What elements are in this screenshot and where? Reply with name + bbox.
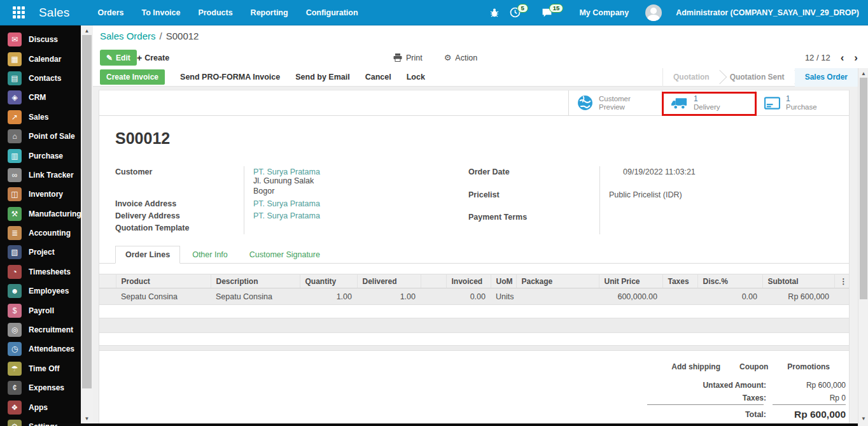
sidebar-scrollbar[interactable]: ▲ ▼ xyxy=(81,25,93,426)
col-delivered[interactable]: Delivered xyxy=(357,274,421,288)
cell-quantity[interactable]: 1.00 xyxy=(300,288,357,305)
apps-grid-icon[interactable] xyxy=(13,6,25,18)
sidebar-item-employees[interactable]: ☻Employees xyxy=(0,281,81,301)
customer-field-value: PT. Surya Pratama Jl. Gunung Salak Bogor xyxy=(244,166,468,198)
customer-link[interactable]: PT. Surya Pratama xyxy=(253,167,468,176)
activities-clock-icon[interactable]: 5 xyxy=(510,7,531,18)
sidebar-item-payroll[interactable]: $Payroll xyxy=(0,301,81,320)
send-by-email-button[interactable]: Send by Email xyxy=(295,73,349,82)
scroll-up-icon[interactable]: ▲ xyxy=(81,28,93,34)
menu-to-invoice[interactable]: To Invoice xyxy=(142,8,181,17)
breadcrumb-sales-orders[interactable]: Sales Orders xyxy=(100,31,156,41)
cell-taxes[interactable] xyxy=(662,288,697,305)
lock-button[interactable]: Lock xyxy=(407,73,425,82)
pricelist-label: Pricelist xyxy=(468,189,599,212)
menu-configuration[interactable]: Configuration xyxy=(306,8,358,17)
state-sales-order[interactable]: Sales Order xyxy=(795,68,858,87)
credit-card-icon xyxy=(764,97,780,110)
debug-bug-icon[interactable] xyxy=(489,8,500,18)
sidebar-scrollbar-thumb[interactable] xyxy=(82,35,92,388)
edit-button[interactable]: ✎ Edit xyxy=(100,50,137,66)
sidebar-item-contacts[interactable]: ▤Contacts xyxy=(0,69,81,88)
state-quotation[interactable]: Quotation xyxy=(663,68,720,87)
cell-delivered[interactable]: 1.00 xyxy=(357,288,421,305)
page-scrollbar-thumb[interactable] xyxy=(860,78,867,299)
create-button[interactable]: + Create xyxy=(137,50,169,66)
col-description[interactable]: Description xyxy=(211,274,300,288)
promotions-button[interactable]: Promotions xyxy=(787,362,830,371)
sidebar-item-apps[interactable]: ❖Apps xyxy=(0,397,81,416)
sidebar-item-link-tracker[interactable]: ∞Link Tracker xyxy=(0,166,81,185)
create-invoice-button[interactable]: Create Invoice xyxy=(100,69,165,85)
sidebar-item-timesheets[interactable]: ◔Timesheets xyxy=(0,262,81,281)
sidebar-item-discuss[interactable]: ✉Discuss xyxy=(0,30,81,49)
col-unit-price[interactable]: Unit Price xyxy=(599,274,662,288)
optional-columns-icon[interactable]: ⋮ xyxy=(834,274,850,288)
cell-package[interactable] xyxy=(516,288,599,305)
tab-other-info[interactable]: Other Info xyxy=(183,246,237,263)
sidebar-item-crm[interactable]: ◈CRM xyxy=(0,88,81,107)
pager-next-icon[interactable]: › xyxy=(854,52,858,63)
company-switcher[interactable]: My Company xyxy=(579,8,629,17)
sidebar-item-expenses[interactable]: ¢Expenses xyxy=(0,378,81,397)
sidebar-item-project[interactable]: ▧Project xyxy=(0,243,81,262)
customer-preview-smart-button[interactable]: Customer Preview xyxy=(568,90,662,115)
pager-previous-icon[interactable]: ‹ xyxy=(841,52,844,63)
cell-invoiced[interactable]: 0.00 xyxy=(446,288,491,305)
col-product[interactable]: Product xyxy=(116,274,211,288)
sidebar-item-inventory[interactable]: ◫Inventory xyxy=(0,185,81,204)
page-scrollbar[interactable]: ▲ ▼ xyxy=(858,68,868,426)
sidebar-item-label: Apps xyxy=(29,403,48,412)
cell-product[interactable]: Sepatu Consina xyxy=(116,288,211,305)
link-icon: ∞ xyxy=(8,168,22,182)
state-quotation-sent[interactable]: Quotation Sent xyxy=(720,68,795,87)
col-quantity[interactable]: Quantity xyxy=(300,274,357,288)
sidebar-item-point-of-sale[interactable]: ⌂Point of Sale xyxy=(0,127,81,146)
cancel-button[interactable]: Cancel xyxy=(365,73,391,82)
print-button[interactable]: Print xyxy=(393,53,423,62)
sidebar-item-recruitment[interactable]: ◎Recruitment xyxy=(0,320,81,339)
cell-subtotal[interactable]: Rp 600,000 xyxy=(762,288,834,305)
sidebar-item-time-off[interactable]: ☂Time Off xyxy=(0,359,81,378)
col-disc[interactable]: Disc.% xyxy=(697,274,762,288)
sidebar-item-label: Recruitment xyxy=(29,325,73,334)
coupon-button[interactable]: Coupon xyxy=(739,362,768,371)
action-button[interactable]: ⚙ Action xyxy=(444,53,477,62)
messages-chat-icon[interactable]: 15 xyxy=(542,7,567,18)
tab-customer-signature[interactable]: Customer Signature xyxy=(240,246,330,263)
sidebar-item-purchase[interactable]: ▥Purchase xyxy=(0,146,81,165)
col-invoiced[interactable]: Invoiced xyxy=(446,274,491,288)
col-taxes[interactable]: Taxes xyxy=(662,274,697,288)
add-shipping-button[interactable]: Add shipping xyxy=(671,362,720,371)
sidebar-item-sales[interactable]: ↗Sales xyxy=(0,108,81,127)
sidebar-item-calendar[interactable]: ▦Calendar xyxy=(0,49,81,68)
cell-unit-price[interactable]: 600,000.00 xyxy=(599,288,662,305)
invoice-address-link[interactable]: PT. Surya Pratama xyxy=(253,199,320,208)
sidebar-item-attendances[interactable]: ◷Attendances xyxy=(0,339,81,359)
tab-order-lines[interactable]: Order Lines xyxy=(115,246,180,264)
scroll-down-icon[interactable]: ▼ xyxy=(81,416,93,422)
sidebar-item-label: Manufacturing xyxy=(29,209,81,218)
gear-icon: ⚙ xyxy=(444,53,452,62)
col-subtotal[interactable]: Subtotal xyxy=(762,274,834,288)
menu-orders[interactable]: Orders xyxy=(98,8,124,17)
menu-reporting[interactable]: Reporting xyxy=(251,8,288,17)
cell-description[interactable]: Sepatu Consina xyxy=(211,288,300,305)
send-proforma-button[interactable]: Send PRO-FORMA Invoice xyxy=(180,73,280,82)
user-menu[interactable]: Administrator (COMPANY_SAYA_INV_29_DROP) xyxy=(676,8,859,17)
cell-disc[interactable]: 0.00 xyxy=(697,288,762,305)
order-line-row[interactable]: Sepatu Consina Sepatu Consina 1.00 1.00 … xyxy=(99,288,850,305)
scroll-up-icon[interactable]: ▲ xyxy=(858,71,868,76)
delivery-address-link[interactable]: PT. Surya Pratama xyxy=(253,211,320,220)
sidebar-item-manufacturing[interactable]: ⚒Manufacturing xyxy=(0,204,81,224)
menu-products[interactable]: Products xyxy=(198,8,232,17)
employees-people-icon: ☻ xyxy=(8,284,22,298)
sidebar-item-accounting[interactable]: ≣Accounting xyxy=(0,224,81,243)
scroll-down-icon[interactable]: ▼ xyxy=(858,416,868,422)
delivery-smart-button[interactable]: 1 Delivery xyxy=(662,90,755,115)
user-avatar[interactable] xyxy=(645,4,662,21)
cell-uom[interactable]: Units xyxy=(491,288,516,305)
col-uom[interactable]: UoM xyxy=(491,274,516,288)
col-package[interactable]: Package xyxy=(516,274,599,288)
purchase-smart-button[interactable]: 1 Purchase xyxy=(755,90,849,115)
